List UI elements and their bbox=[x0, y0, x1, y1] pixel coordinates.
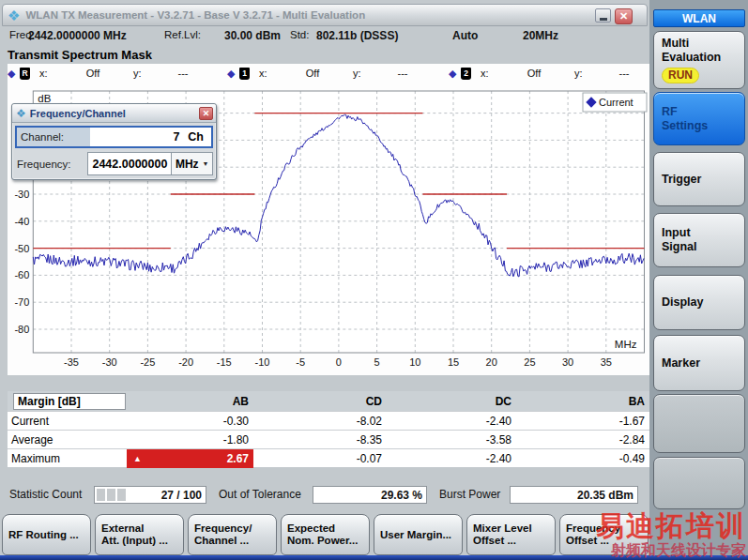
softkey-external-att-input[interactable]: ExternalAtt. (Input) ... bbox=[95, 514, 184, 555]
standard-label: Std: bbox=[290, 29, 309, 40]
close-button[interactable]: ✕ bbox=[615, 8, 633, 24]
channel-unit: Ch bbox=[188, 130, 204, 144]
svg-text:25: 25 bbox=[524, 356, 535, 368]
progress-segment bbox=[117, 489, 126, 501]
softkey-frequency-channel[interactable]: Frequency/Channel ... bbox=[188, 514, 277, 555]
channel-row: Channel: 7 Ch bbox=[15, 126, 213, 148]
sidebar-item-multi-evaluation[interactable]: MultiEvaluationRUN bbox=[653, 31, 745, 89]
sidebar-header-wlan: WLAN bbox=[653, 9, 745, 27]
softkey-line: Frequency/ bbox=[194, 522, 274, 535]
marker-y-label: y: bbox=[574, 68, 583, 79]
margin-table-title: Margin [dB] bbox=[13, 393, 126, 410]
marker-diamond-icon: ◆ bbox=[227, 68, 235, 80]
standard-value: 802.11b (DSSS) bbox=[316, 29, 398, 42]
margin-value: -2.84 bbox=[516, 433, 649, 446]
statistic-progress bbox=[97, 489, 126, 501]
statistic-count-field: 27 / 100 bbox=[94, 486, 206, 504]
svg-text:-70: -70 bbox=[14, 296, 29, 308]
softkey-line: RF Routing ... bbox=[8, 529, 88, 541]
alert-up-icon: ▲ bbox=[133, 449, 142, 468]
marker-diamond-icon: ◆ bbox=[449, 68, 456, 80]
svg-text:15: 15 bbox=[448, 356, 459, 368]
sidebar-item-label: Evaluation bbox=[662, 51, 744, 65]
softkey-frequency-offset[interactable]: FrequencyOffset ... bbox=[559, 514, 649, 555]
margin-alarm-cell: ▲2.67 bbox=[127, 449, 253, 468]
sidebar-item-trigger[interactable]: Trigger bbox=[653, 152, 745, 206]
minimize-icon bbox=[600, 18, 607, 21]
frequency-field[interactable]: 2442.0000000 bbox=[87, 152, 171, 175]
dialog-close-button[interactable]: ✕ bbox=[199, 107, 213, 120]
row-label: Maximum bbox=[8, 452, 127, 465]
softkey-line: Offset ... bbox=[473, 535, 553, 547]
svg-text:-30: -30 bbox=[14, 189, 29, 200]
svg-text:-20: -20 bbox=[178, 356, 193, 368]
channel-field[interactable]: 7 Ch bbox=[90, 128, 211, 146]
frequency-channel-dialog: ❖ Frequency/Channel ✕ Channel: 7 Ch Freq… bbox=[11, 103, 217, 180]
frequency-row: Frequency: 2442.0000000 MHz ▼ bbox=[15, 152, 213, 175]
marker-y-label: y: bbox=[133, 68, 142, 79]
run-status-badge: RUN bbox=[662, 68, 699, 83]
marker-x-label: x: bbox=[259, 68, 267, 79]
dialog-titlebar[interactable]: ❖ Frequency/Channel ✕ bbox=[12, 104, 216, 123]
softkey-rf-routing[interactable]: RF Routing ... bbox=[2, 514, 91, 555]
dialog-title: Frequency/Channel bbox=[30, 108, 199, 119]
sidebar-item-label: RF bbox=[662, 105, 744, 119]
measurement-info-bar: Freq: 2442.0000000 MHz Ref.Lvl: 30.00 dB… bbox=[2, 29, 648, 44]
sidebar-item-blank-6[interactable] bbox=[653, 394, 745, 453]
sidebar-item-input-signal[interactable]: InputSignal bbox=[653, 213, 745, 267]
chevron-down-icon: ▼ bbox=[203, 160, 209, 167]
out-of-tolerance-field: 29.63 % bbox=[313, 486, 427, 504]
svg-text:-50: -50 bbox=[14, 243, 29, 254]
sidebar-item-display[interactable]: Display bbox=[653, 275, 745, 330]
sidebar-item-label: Input bbox=[662, 226, 744, 240]
burst-power-label: Burst Power bbox=[439, 488, 500, 501]
margin-value: -0.07 bbox=[253, 452, 387, 465]
marker-readout-2: ◆2x:Offy:--- bbox=[449, 67, 661, 82]
svg-text:-25: -25 bbox=[140, 356, 155, 368]
svg-text:-5: -5 bbox=[296, 356, 305, 368]
sidebar-item-label: Settings bbox=[662, 119, 744, 133]
minimize-button[interactable] bbox=[595, 8, 611, 23]
marker-y-label: y: bbox=[353, 68, 361, 79]
margin-table-body: Current-0.30-8.02-2.40-1.67Average-1.80-… bbox=[8, 411, 649, 467]
softkey-line: Offset ... bbox=[566, 535, 646, 547]
marker-readout-1: ◆1x:Offy:--- bbox=[227, 67, 439, 82]
softkey-user-margin[interactable]: User Margin... bbox=[374, 514, 463, 555]
margin-value: -0.30 bbox=[127, 415, 253, 428]
sidebar-item-blank-7[interactable] bbox=[653, 457, 745, 509]
table-row-average: Average-1.80-8.35-3.58-2.84 bbox=[8, 430, 649, 448]
marker-readout-R: ◆Rx:Offy:--- bbox=[8, 67, 220, 82]
svg-text:Current: Current bbox=[599, 97, 634, 108]
column-header-ba: BA bbox=[516, 395, 649, 408]
sidebar: WLAN MultiEvaluationRUNRFSettingsTrigger… bbox=[649, 0, 748, 555]
marker-x-value: Off bbox=[64, 68, 122, 79]
sidebar-item-label: Multi bbox=[662, 37, 744, 51]
column-header-dc: DC bbox=[387, 395, 516, 408]
frequency-unit-dropdown[interactable]: MHz ▼ bbox=[171, 152, 213, 175]
sidebar-item-marker[interactable]: Marker bbox=[653, 335, 745, 391]
softkey-line: User Margin... bbox=[380, 529, 460, 541]
status-bar: Statistic Count 27 / 100 Out of Toleranc… bbox=[0, 485, 649, 506]
out-of-tolerance-label: Out of Tolerance bbox=[219, 488, 301, 501]
dialog-body: Channel: 7 Ch Frequency: 2442.0000000 MH… bbox=[12, 123, 216, 179]
statistic-count-label: Statistic Count bbox=[9, 488, 82, 501]
softkey-mixer-level-offset[interactable]: Mixer LevelOffset ... bbox=[466, 514, 556, 555]
svg-text:-15: -15 bbox=[217, 356, 232, 368]
dialog-icon: ❖ bbox=[16, 108, 26, 119]
sidebar-item-rf-settings[interactable]: RFSettings bbox=[653, 92, 745, 145]
progress-segment bbox=[97, 489, 105, 501]
marker-diamond-icon: ◆ bbox=[8, 68, 15, 80]
margin-value: 2.67 bbox=[227, 452, 249, 465]
svg-text:-80: -80 bbox=[14, 324, 29, 335]
marker-y-value: --- bbox=[156, 68, 210, 79]
margin-value: -2.40 bbox=[387, 452, 516, 465]
marker-row: ◆Rx:Offy:---◆1x:Offy:---◆2x:Offy:--- bbox=[8, 64, 649, 84]
margin-value: -0.49 bbox=[516, 452, 649, 465]
svg-text:10: 10 bbox=[409, 356, 420, 368]
softkey-line: Nom. Power... bbox=[287, 535, 367, 547]
bottom-edge-strip bbox=[0, 555, 748, 560]
softkey-expected-nom-power[interactable]: ExpectedNom. Power... bbox=[281, 514, 370, 555]
margin-value: -1.67 bbox=[516, 415, 649, 428]
svg-text:0: 0 bbox=[336, 356, 342, 368]
softkey-line: Expected bbox=[287, 522, 367, 535]
